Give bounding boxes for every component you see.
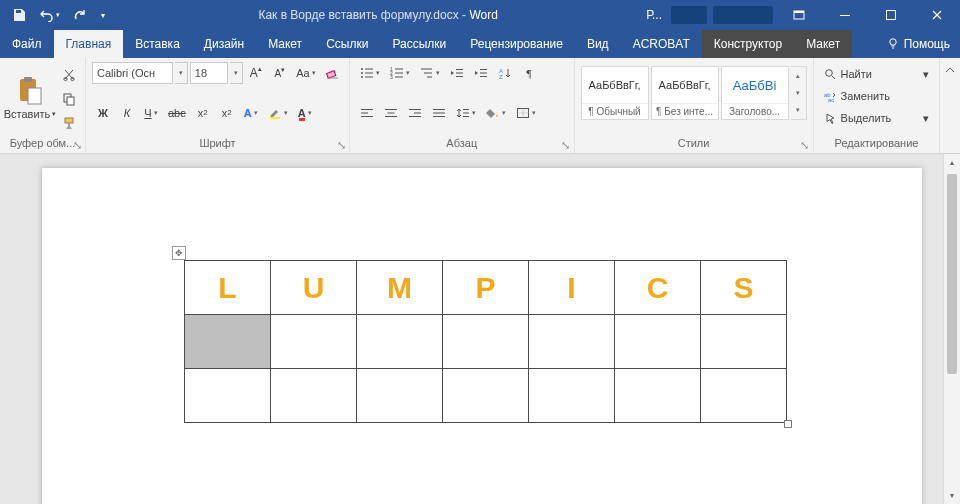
qat-customize-button[interactable]: ▾ (96, 2, 110, 28)
save-button[interactable] (6, 2, 32, 28)
table-cell[interactable] (443, 315, 529, 369)
borders-button[interactable]: ▾ (512, 102, 540, 124)
table-cell[interactable]: M (357, 261, 443, 315)
styles-row-up[interactable]: ▴ (791, 67, 806, 84)
align-left-button[interactable] (356, 102, 378, 124)
tab-home[interactable]: Главная (54, 30, 124, 58)
table-resize-handle[interactable] (784, 420, 792, 428)
italic-button[interactable]: К (116, 102, 138, 124)
superscript-button[interactable]: x2 (216, 102, 238, 124)
styles-row-down[interactable]: ▾ (791, 84, 806, 101)
style-normal[interactable]: АаБбВвГг, ¶ Обычный (581, 66, 649, 120)
multilevel-button[interactable]: ▾ (416, 62, 444, 84)
bold-button[interactable]: Ж (92, 102, 114, 124)
tab-table-layout[interactable]: Макет (794, 30, 852, 58)
change-case-button[interactable]: Aa▾ (293, 62, 319, 84)
vertical-scrollbar[interactable]: ▴ ▾ (943, 154, 960, 504)
close-button[interactable] (914, 0, 960, 30)
format-painter-button[interactable] (58, 112, 80, 134)
line-spacing-button[interactable]: ▾ (452, 102, 480, 124)
table-cell[interactable] (357, 315, 443, 369)
font-name-input[interactable]: Calibri (Осн (92, 62, 173, 84)
select-button[interactable]: Выделить▾ (820, 108, 934, 128)
maximize-button[interactable] (868, 0, 914, 30)
table-cell[interactable] (529, 369, 615, 423)
find-button[interactable]: Найти▾ (820, 64, 934, 84)
decrease-indent-button[interactable] (446, 62, 468, 84)
sort-button[interactable]: AZ (494, 62, 516, 84)
numbering-button[interactable]: 123▾ (386, 62, 414, 84)
increase-indent-button[interactable] (470, 62, 492, 84)
table-cell[interactable] (357, 369, 443, 423)
tell-me-button[interactable]: Помощь (876, 30, 960, 58)
tab-file[interactable]: Файл (0, 30, 54, 58)
redo-button[interactable] (66, 2, 92, 28)
tab-view[interactable]: Вид (575, 30, 621, 58)
table-cell[interactable] (529, 315, 615, 369)
font-color-button[interactable]: A▾ (294, 102, 316, 124)
text-effects-button[interactable]: A▾ (240, 102, 262, 124)
font-size-input[interactable]: 18 (190, 62, 228, 84)
share-badge[interactable] (713, 6, 773, 24)
styles-expand-button[interactable]: ▾ (791, 102, 806, 119)
align-center-button[interactable] (380, 102, 402, 124)
style-no-spacing[interactable]: АаБбВвГг, ¶ Без инте... (651, 66, 719, 120)
tab-layout[interactable]: Макет (256, 30, 314, 58)
ribbon-options-button[interactable] (776, 0, 822, 30)
scroll-down-button[interactable]: ▾ (944, 487, 960, 504)
align-right-button[interactable] (404, 102, 426, 124)
tab-review[interactable]: Рецензирование (458, 30, 575, 58)
style-heading1[interactable]: АаБбВі Заголово... (721, 66, 789, 120)
tab-insert[interactable]: Вставка (123, 30, 192, 58)
tab-references[interactable]: Ссылки (314, 30, 380, 58)
grow-font-button[interactable]: A▴ (245, 62, 267, 84)
table-cell[interactable]: C (615, 261, 701, 315)
clear-formatting-button[interactable] (321, 62, 343, 84)
tab-table-design[interactable]: Конструктор (702, 30, 794, 58)
shrink-font-button[interactable]: A▾ (269, 62, 291, 84)
table-cell[interactable] (271, 315, 357, 369)
account-short[interactable]: Р... (640, 8, 668, 22)
font-dialog-launcher[interactable]: ⤡ (335, 139, 347, 151)
tab-design[interactable]: Дизайн (192, 30, 256, 58)
paragraph-dialog-launcher[interactable]: ⤡ (560, 139, 572, 151)
undo-button[interactable]: ▾ (36, 2, 62, 28)
tab-mailings[interactable]: Рассылки (380, 30, 458, 58)
strikethrough-button[interactable]: abc (164, 102, 190, 124)
copy-button[interactable] (58, 88, 80, 110)
table-cell[interactable] (271, 369, 357, 423)
table-cell[interactable] (615, 315, 701, 369)
table-cell[interactable]: S (701, 261, 787, 315)
scroll-thumb[interactable] (947, 174, 957, 374)
table-cell[interactable] (443, 369, 529, 423)
font-name-dropdown[interactable]: ▾ (175, 62, 188, 84)
subscript-button[interactable]: x2 (192, 102, 214, 124)
table-cell[interactable]: I (529, 261, 615, 315)
clipboard-dialog-launcher[interactable]: ⤡ (71, 139, 83, 151)
table-cell[interactable] (185, 315, 271, 369)
bullets-button[interactable]: ▾ (356, 62, 384, 84)
table-cell[interactable] (701, 369, 787, 423)
page[interactable]: ✥ LUMPICS (42, 168, 922, 504)
document-table[interactable]: LUMPICS (184, 260, 787, 423)
table-cell[interactable]: L (185, 261, 271, 315)
ribbon-collapse-button[interactable] (940, 58, 960, 153)
font-size-dropdown[interactable]: ▾ (230, 62, 243, 84)
scroll-up-button[interactable]: ▴ (944, 154, 960, 171)
tab-acrobat[interactable]: ACROBAT (621, 30, 702, 58)
table-cell[interactable]: U (271, 261, 357, 315)
table-cell[interactable] (615, 369, 701, 423)
paste-button[interactable]: Вставить▾ (6, 62, 54, 130)
table-cell[interactable]: P (443, 261, 529, 315)
cut-button[interactable] (58, 64, 80, 86)
account-badge[interactable] (671, 6, 707, 24)
table-move-handle[interactable]: ✥ (172, 246, 186, 260)
show-marks-button[interactable]: ¶ (518, 62, 540, 84)
table-cell[interactable] (701, 315, 787, 369)
styles-dialog-launcher[interactable]: ⤡ (799, 139, 811, 151)
shading-button[interactable]: ▾ (482, 102, 510, 124)
justify-button[interactable] (428, 102, 450, 124)
minimize-button[interactable] (822, 0, 868, 30)
highlight-button[interactable]: ▾ (264, 102, 292, 124)
replace-button[interactable]: abac Заменить (820, 86, 934, 106)
